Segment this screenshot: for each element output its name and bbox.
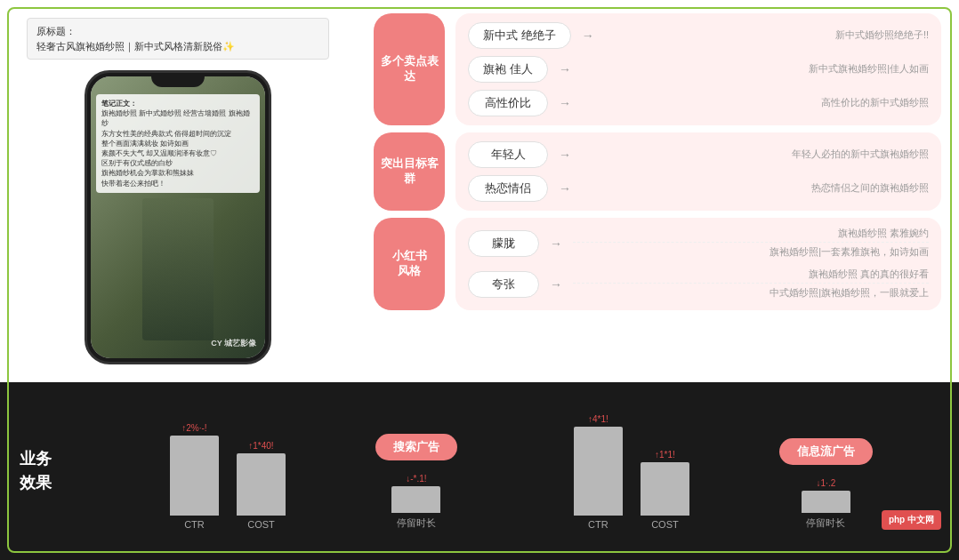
phone-screen: 笔记正文： 旗袍婚纱照 新中式婚纱照 经营古墙婚照 旗袍婚纱 东方女性美的经典款… — [91, 76, 265, 358]
php-badge: php 中文网 — [882, 510, 941, 530]
original-label: 原标题： — [36, 26, 76, 36]
top-section: 原标题： 轻奢古风旗袍婚纱照｜新中式风格清新脱俗✨ 笔记正文： 旗袍婚纱照 新中… — [0, 0, 959, 382]
result-texts-1: 新中式旗袍婚纱照|佳人如画 — [582, 62, 929, 77]
phone-note-text: 笔记正文： 旗袍婚纱照 新中式婚纱照 经营古墙婚照 旗袍婚纱 东方女性美的经典款… — [96, 94, 260, 193]
left-dwell-bar — [391, 486, 440, 513]
left-middle-group: 搜索广告 ↓-*.1! 停留时长 — [375, 434, 457, 537]
right-bars: ↑4*1! CTR ↑1*1! COST — [484, 414, 779, 537]
tag-pill-gaoxingjiabi: 高性价比 — [468, 90, 548, 116]
tag-pill-couple: 热恋情侣 — [468, 175, 548, 202]
section-content-style: 朦胧 → 旗袍婚纱照 素雅婉约 旗袍婚纱照|一套素雅旗袍，如诗如画 夸张 — [455, 218, 941, 310]
result-text-style-0-1: 旗袍婚纱照|一套素雅旗袍，如诗如画 — [573, 245, 929, 260]
tag-row-target-1: 热恋情侣 → 热恋情侣之间的旗袍婚纱照 — [468, 175, 929, 202]
left-dwell-label: 停留时长 — [397, 516, 436, 532]
arrow-icon-0: → — [582, 28, 594, 43]
tag-row-1: 旗袍 佳人 → 新中式旗袍婚纱照|佳人如画 — [468, 56, 929, 83]
right-content-area: 多个卖点表达 新中式 绝绝子 → 新中式婚纱照绝绝子!! — [356, 0, 959, 382]
tag-row-2: 高性价比 → 高性价比的新中式婚纱照 — [468, 90, 929, 116]
right-chart-group: ↑4*1! CTR ↑1*1! COST — [484, 414, 779, 537]
right-bar-dwell: ↓1·.2 停留时长 — [802, 478, 850, 537]
arrow-icon-1: → — [559, 62, 571, 76]
phone-mockup: 笔记正文： 旗袍婚纱照 新中式婚纱照 经营古墙婚照 旗袍婚纱 东方女性美的经典款… — [85, 70, 271, 364]
left-ctr-bar — [170, 436, 219, 516]
result-text-style-0-0: 旗袍婚纱照 素雅婉约 — [573, 227, 929, 243]
result-texts-target-1: 热恋情侣之间的旗袍婚纱照 — [582, 181, 929, 196]
original-text: 轻奢古风旗袍婚纱照｜新中式风格清新脱俗✨ — [36, 41, 235, 52]
result-text-style-1-0: 旗袍婚纱照 真的真的很好看 — [573, 268, 929, 284]
result-texts-target-0: 年轻人必拍的新中式旗袍婚纱照 — [582, 148, 929, 163]
result-text-2-0: 高性价比的新中式婚纱照 — [582, 96, 929, 111]
result-text-1-0: 新中式旗袍婚纱照|佳人如画 — [582, 62, 929, 77]
right-middle-group: 信息流广告 ↓1·.2 停留时长 — [779, 438, 873, 537]
right-cost-value: ↑1*1! — [655, 450, 675, 460]
section-content-target: 年轻人 → 年轻人必拍的新中式旗袍婚纱照 热恋情侣 → — [455, 132, 941, 211]
section-target-group: 突出目标客群 年轻人 → 年轻人必拍的新中式旗袍婚纱照 — [374, 132, 941, 211]
page-wrapper: 原标题： 轻奢古风旗袍婚纱照｜新中式风格清新脱俗✨ 笔记正文： 旗袍婚纱照 新中… — [0, 0, 959, 560]
right-cost-bar — [641, 462, 689, 516]
tag-pill-youngpeople: 年轻人 — [468, 141, 548, 168]
result-texts-0: 新中式婚纱照绝绝子!! — [605, 28, 929, 44]
bottom-section: 业务 效果 ↑2%·-! CTR — [0, 382, 959, 560]
phone-logo: CY 城艺影像 — [211, 338, 256, 349]
result-texts-2: 高性价比的新中式婚纱照 — [582, 96, 929, 111]
right-dwell-bar — [802, 491, 850, 513]
result-text-target-0-0: 年轻人必拍的新中式旗袍婚纱照 — [582, 148, 929, 163]
result-text-style-1-1: 中式婚纱照|旗袍婚纱照，一眼就爱上 — [573, 286, 929, 301]
arrow-icon-style-0: → — [550, 236, 562, 251]
result-texts-style-1: 旗袍婚纱照 真的真的很好看 中式婚纱照|旗袍婚纱照，一眼就爱上 — [573, 268, 929, 301]
left-dwell-value: ↓-*.1! — [406, 474, 426, 484]
tag-row-target-0: 年轻人 → 年轻人必拍的新中式旗袍婚纱照 — [468, 141, 929, 168]
phone-notch — [151, 73, 205, 87]
tag-pill-kuazhang: 夸张 — [468, 271, 539, 298]
charts-container: ↑2%·-! CTR ↑1*40! COST — [71, 405, 959, 537]
tag-pill-qipao: 旗袍 佳人 — [468, 56, 548, 83]
tag-pill-xinzhongshi: 新中式 绝绝子 — [468, 22, 571, 49]
bottom-section-label: 业务 效果 — [0, 447, 71, 495]
original-title-box: 原标题： 轻奢古风旗袍婚纱照｜新中式风格清新脱俗✨ — [27, 18, 329, 60]
left-bar-dwell: ↓-*.1! 停留时长 — [391, 474, 440, 537]
left-bar-cost: ↑1*40! COST — [237, 441, 286, 532]
right-bar-cost: ↑1*1! COST — [641, 450, 689, 532]
section-multi-selling: 多个卖点表达 新中式 绝绝子 → 新中式婚纱照绝绝子!! — [374, 13, 941, 125]
left-bars: ↑2%·-! CTR ↑1*40! COST — [80, 423, 375, 537]
left-chart-group: ↑2%·-! CTR ↑1*40! COST — [80, 423, 375, 537]
left-ctr-value: ↑2%·-! — [181, 423, 206, 433]
php-watermark-area: php 中文网 — [873, 510, 941, 537]
section-style: 小红书风格 朦胧 → 旗袍婚纱照 素雅婉约 旗袍婚纱照|一套素雅旗袍，如诗如画 — [374, 218, 941, 310]
right-ctr-label: CTR — [588, 519, 608, 532]
arrow-icon-target-0: → — [559, 148, 571, 162]
right-dwell-value: ↓1·.2 — [817, 478, 836, 488]
phone-area: 原标题： 轻奢古风旗袍婚纱照｜新中式风格清新脱俗✨ 笔记正文： 旗袍婚纱照 新中… — [0, 0, 356, 382]
result-text-target-1-0: 热恋情侣之间的旗袍婚纱照 — [582, 181, 929, 196]
section-content-multi: 新中式 绝绝子 → 新中式婚纱照绝绝子!! 旗袍 佳人 — [455, 13, 941, 125]
tag-pill-menlong: 朦胧 — [468, 230, 539, 257]
tag-row-style-0: 朦胧 → 旗袍婚纱照 素雅婉约 旗袍婚纱照|一套素雅旗袍，如诗如画 — [468, 227, 929, 260]
tag-row-style-1: 夸张 → 旗袍婚纱照 真的真的很好看 中式婚纱照|旗袍婚纱照，一眼就爱上 — [468, 268, 929, 301]
main-layout: 原标题： 轻奢古风旗袍婚纱照｜新中式风格清新脱俗✨ 笔记正文： 旗袍婚纱照 新中… — [0, 0, 959, 560]
left-ctr-label: CTR — [184, 519, 205, 532]
arrow-icon-target-1: → — [559, 181, 571, 196]
right-ctr-bar — [574, 427, 623, 516]
search-ad-badge: 搜索广告 — [375, 434, 457, 460]
arrow-icon-style-1: → — [550, 277, 562, 292]
phone-note-label: 笔记正文： — [101, 100, 137, 108]
info-ad-badge: 信息流广告 — [779, 438, 873, 465]
tag-row-0: 新中式 绝绝子 → 新中式婚纱照绝绝子!! — [468, 22, 929, 49]
right-dwell-label: 停留时长 — [806, 516, 845, 532]
right-ctr-value: ↑4*1! — [588, 414, 608, 424]
result-texts-style-0: 旗袍婚纱照 素雅婉约 旗袍婚纱照|一套素雅旗袍，如诗如画 — [573, 227, 929, 260]
phone-bg-image: 笔记正文： 旗袍婚纱照 新中式婚纱照 经营古墙婚照 旗袍婚纱 东方女性美的经典款… — [91, 76, 265, 358]
right-cost-label: COST — [651, 519, 679, 532]
right-bar-ctr: ↑4*1! CTR — [574, 414, 623, 532]
left-cost-label: COST — [247, 519, 275, 532]
left-cost-bar — [237, 453, 286, 516]
left-bar-ctr: ↑2%·-! CTR — [170, 423, 219, 532]
result-text-0-0: 新中式婚纱照绝绝子!! — [605, 28, 929, 44]
section-label-target: 突出目标客群 — [374, 132, 445, 211]
section-label-multi: 多个卖点表达 — [374, 13, 445, 125]
arrow-icon-2: → — [559, 96, 571, 110]
left-cost-value: ↑1*40! — [248, 441, 273, 451]
section-label-style: 小红书风格 — [374, 218, 445, 310]
